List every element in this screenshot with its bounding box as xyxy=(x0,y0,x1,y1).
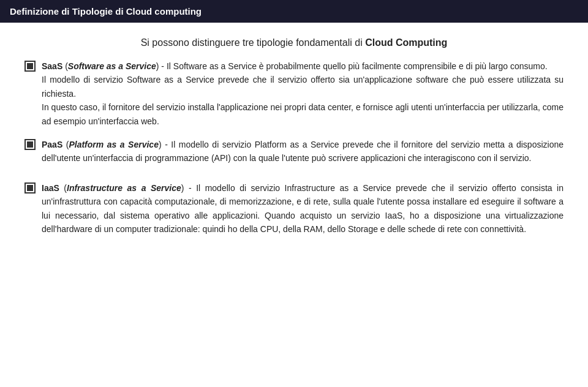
paas-text: PaaS (Platform as a Service) - Il modell… xyxy=(42,138,564,165)
intro-paragraph: Si possono distinguere tre tipologie fon… xyxy=(24,37,564,48)
saas-checkbox-icon xyxy=(24,61,36,72)
saas-section: SaaS (Software as a Service) - Il Softwa… xyxy=(24,59,564,128)
page-header: Definizione di Tipologie di Cloud comput… xyxy=(0,0,588,23)
iaas-checkbox-icon xyxy=(24,182,36,194)
iaas-label: IaaS xyxy=(42,183,59,193)
header-title: Definizione di Tipologie di Cloud comput… xyxy=(10,6,202,17)
iaas-section: IaaS (Infrastructure as a Service) - Il … xyxy=(24,181,564,236)
paas-label: PaaS xyxy=(42,140,62,149)
paas-italic-label: Platform as a Service xyxy=(69,140,159,149)
iaas-italic-label: Infrastructure as a Service xyxy=(67,183,181,193)
saas-text: SaaS (Software as a Service) - Il Softwa… xyxy=(42,59,564,128)
saas-italic-label: Software as a Service xyxy=(68,61,156,71)
saas-label: SaaS xyxy=(42,61,62,71)
saas-text1: - Il Software as a Service è probabilmen… xyxy=(159,61,547,71)
saas-text2: Il modello di servizio Software as a Ser… xyxy=(42,75,564,98)
iaas-text: IaaS (Infrastructure as a Service) - Il … xyxy=(42,181,564,236)
saas-text3: In questo caso, il fornitore del servizi… xyxy=(42,102,564,126)
paas-checkbox-icon xyxy=(24,139,36,150)
main-content: Si possono distinguere tre tipologie fon… xyxy=(0,23,588,260)
intro-bold-text: Cloud Computing xyxy=(365,37,447,48)
intro-text: Si possono distinguere tre tipologie fon… xyxy=(141,37,363,48)
paas-section: PaaS (Platform as a Service) - Il modell… xyxy=(24,138,564,165)
